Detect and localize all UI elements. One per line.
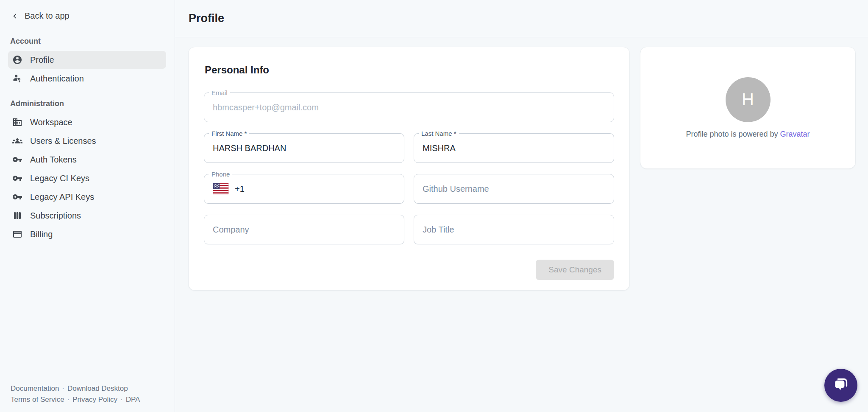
terms-of-service-link[interactable]: Terms of Service — [11, 395, 64, 404]
gravatar-card: H Profile photo is powered by Gravatar — [640, 47, 856, 169]
footer-line-2: Terms of Service·Privacy Policy·DPA — [11, 394, 140, 405]
phone-field: Phone — [204, 174, 404, 204]
settings-sidebar: Back to app Account Profile Authenticati… — [0, 0, 175, 412]
last-name-field: Last Name * — [414, 133, 614, 163]
sidebar-item-auth-tokens[interactable]: Auth Tokens — [8, 151, 166, 168]
groups-icon — [12, 136, 22, 146]
building-icon — [12, 117, 22, 127]
section-label-administration: Administration — [10, 99, 164, 108]
phone-input[interactable] — [235, 184, 395, 194]
github-username-input[interactable] — [423, 184, 605, 194]
footer-separator: · — [62, 384, 64, 392]
first-name-label: First Name * — [209, 129, 249, 138]
first-name-input[interactable] — [213, 143, 395, 153]
sidebar-item-label: Users & Licenses — [30, 136, 96, 146]
sidebar-item-profile[interactable]: Profile — [8, 51, 166, 69]
sidebar-item-label: Legacy API Keys — [30, 192, 94, 202]
last-name-input[interactable] — [423, 143, 605, 153]
bars-icon — [12, 210, 22, 221]
gravatar-caption: Profile photo is powered by Gravatar — [686, 130, 810, 139]
job-title-field — [414, 215, 614, 244]
person-key-icon — [12, 73, 22, 84]
save-changes-button[interactable]: Save Changes — [536, 260, 614, 280]
sidebar-item-label: Legacy CI Keys — [30, 174, 89, 183]
chevron-left-icon — [10, 11, 19, 21]
company-field — [204, 215, 404, 244]
company-job-row — [204, 215, 614, 244]
github-username-field — [414, 174, 614, 204]
email-field: Email — [204, 92, 614, 122]
personal-info-card: Personal Info Email First Name * Last Na… — [188, 47, 630, 291]
first-name-field: First Name * — [204, 133, 404, 163]
phone-github-row: Phone — [204, 174, 614, 204]
sidebar-item-label: Auth Tokens — [30, 155, 77, 165]
us-flag-icon — [213, 183, 229, 194]
sidebar-item-label: Workspace — [30, 118, 72, 127]
sidebar-item-label: Billing — [30, 230, 53, 239]
chat-widget-button[interactable] — [824, 369, 857, 402]
email-label: Email — [209, 89, 230, 97]
section-label-account: Account — [10, 37, 164, 46]
email-input — [213, 103, 605, 112]
credit-card-icon — [12, 229, 22, 239]
privacy-policy-link[interactable]: Privacy Policy — [72, 395, 117, 404]
key-icon — [12, 173, 22, 183]
footer-separator: · — [120, 395, 123, 404]
form-actions: Save Changes — [204, 260, 614, 280]
avatar: H — [726, 77, 771, 122]
name-row: First Name * Last Name * — [204, 133, 614, 163]
footer-line-1: Documentation·Download Desktop — [11, 383, 140, 394]
key-icon — [12, 192, 22, 202]
page-title: Profile — [189, 12, 224, 25]
sidebar-item-billing[interactable]: Billing — [8, 225, 166, 243]
app-root: Back to app Account Profile Authenticati… — [0, 0, 868, 412]
content-area: Personal Info Email First Name * Last Na… — [175, 37, 868, 412]
documentation-link[interactable]: Documentation — [11, 384, 59, 392]
footer-separator: · — [67, 395, 70, 404]
gravatar-caption-text: Profile photo is powered by — [686, 130, 778, 138]
sidebar-item-label: Profile — [30, 55, 54, 65]
back-to-app-label: Back to app — [25, 11, 70, 21]
sidebar-item-legacy-api-keys[interactable]: Legacy API Keys — [8, 188, 166, 206]
job-title-input[interactable] — [423, 225, 605, 235]
gravatar-link[interactable]: Gravatar — [780, 130, 810, 138]
page-header: Profile — [175, 0, 868, 37]
phone-label: Phone — [209, 170, 232, 179]
sidebar-footer: Documentation·Download Desktop Terms of … — [11, 383, 140, 405]
sidebar-item-users-licenses[interactable]: Users & Licenses — [8, 132, 166, 150]
back-to-app-button[interactable]: Back to app — [10, 11, 166, 21]
sidebar-item-workspace[interactable]: Workspace — [8, 113, 166, 131]
download-desktop-link[interactable]: Download Desktop — [67, 384, 128, 392]
dpa-link[interactable]: DPA — [126, 395, 140, 404]
key-icon — [12, 154, 22, 165]
last-name-label: Last Name * — [419, 129, 459, 138]
account-circle-icon — [12, 55, 22, 65]
sidebar-item-label: Subscriptions — [30, 211, 81, 221]
personal-info-title: Personal Info — [205, 64, 614, 76]
main-area: Profile Personal Info Email First Name *… — [175, 0, 868, 412]
chat-bubbles-icon — [832, 376, 850, 395]
sidebar-item-legacy-ci-keys[interactable]: Legacy CI Keys — [8, 169, 166, 187]
sidebar-item-authentication[interactable]: Authentication — [8, 70, 166, 87]
sidebar-item-label: Authentication — [30, 74, 84, 84]
sidebar-item-subscriptions[interactable]: Subscriptions — [8, 207, 166, 224]
company-input[interactable] — [213, 225, 395, 235]
